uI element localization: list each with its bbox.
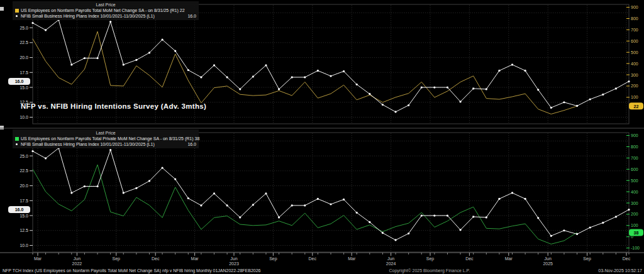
data-point-marker [343, 70, 345, 72]
data-point-marker [421, 86, 423, 88]
axis-label: 100 [631, 223, 638, 227]
data-point-marker [369, 93, 370, 95]
bloomberg-chart-window: 27.525.022.520.017.515.012.510.016.09008… [0, 0, 644, 274]
legend-series-value: 16.0 [176, 13, 196, 19]
axis-label: 2023 [229, 261, 239, 266]
chart-title: NFP vs. NFIB Hiring Intentions Survey (A… [21, 102, 206, 110]
data-point-marker [304, 76, 306, 78]
series-line[interactable] [33, 148, 629, 240]
axis-label: 15.0 [19, 214, 28, 218]
axis-label: 600 [631, 167, 638, 172]
data-point-marker [433, 214, 435, 216]
axis-label: Sep [426, 256, 435, 261]
data-point-marker [317, 70, 319, 72]
data-point-marker [239, 88, 241, 90]
data-point-marker [200, 76, 202, 78]
legend-header: Last Price [15, 2, 196, 8]
axis-label: 200 [631, 212, 638, 216]
legend-series-row[interactable]: US Employees on Nonfarm Payrolls Total M… [15, 8, 196, 13]
data-point-marker [252, 204, 254, 206]
data-point-marker [123, 192, 125, 194]
data-point-marker [447, 86, 448, 88]
data-point-marker [187, 69, 189, 71]
legend-series-label: US Employees on Nonfarm Payrolls Total M… [21, 8, 185, 13]
series-dot-marker-icon [16, 143, 18, 145]
axis-label: 400 [631, 190, 638, 194]
legend-series-row[interactable]: US Employees on Nonfarm Payrolls Total P… [15, 136, 196, 141]
data-point-marker [96, 185, 98, 187]
axis-label: 700 [631, 28, 638, 32]
axis-label: 300 [631, 73, 638, 77]
axis-label: 600 [631, 39, 638, 43]
data-point-marker [161, 38, 163, 40]
axis-label: 25.0 [19, 154, 28, 158]
data-point-marker [45, 157, 47, 159]
data-point-marker [45, 29, 47, 31]
data-point-marker [563, 229, 565, 231]
statusbar-security-description: NFP TCH Index (US Employees on Nonfarm P… [0, 268, 260, 273]
legend-series-row[interactable]: NFIB Small Business Hiring Plans Index 1… [15, 141, 196, 147]
status-bar: NFP TCH Index (US Employees on Nonfarm P… [0, 266, 644, 274]
axis-label: 700 [631, 156, 638, 160]
data-point-marker [602, 222, 604, 224]
data-point-marker [602, 94, 604, 96]
series-line[interactable] [33, 20, 629, 112]
axis-label: 300 [631, 201, 638, 206]
data-point-marker [486, 216, 487, 218]
legend-series-label: US Employees on Nonfarm Payrolls Total P… [21, 136, 199, 141]
axis-label: 15.0 [19, 85, 28, 90]
data-point-marker [265, 192, 267, 194]
data-point-marker [628, 209, 630, 211]
axis-label: Sep [269, 256, 277, 261]
panel-handle[interactable] [0, 126, 4, 129]
axis-label: Dec [309, 256, 317, 261]
legend-series-label: NFIB Small Business Hiring Plans Index 1… [21, 141, 155, 147]
data-point-marker [537, 217, 539, 219]
data-point-marker [498, 198, 500, 200]
series-line[interactable] [33, 31, 577, 114]
data-point-marker [226, 204, 228, 206]
axis-label: Dec [465, 256, 474, 261]
data-point-marker [472, 87, 474, 89]
statusbar-copyright: Copyright© 2025 Bloomberg Finance L.P. [260, 268, 598, 273]
data-point-marker [84, 57, 86, 59]
data-point-marker [213, 192, 215, 194]
data-point-marker [96, 57, 98, 59]
axis-label: 12.5 [19, 228, 28, 233]
data-point-marker [213, 64, 215, 66]
data-point-marker [511, 63, 513, 65]
axis-label: 2025 [543, 261, 553, 266]
legend-bottom[interactable]: Last Price US Employees on Nonfarm Payro… [13, 129, 199, 148]
data-point-marker [226, 76, 228, 78]
data-point-marker [382, 104, 384, 106]
data-point-marker [511, 192, 513, 194]
axis-label: Dec [152, 256, 160, 261]
axis-label: -100 [631, 246, 640, 250]
legend-series-row[interactable]: NFIB Small Business Hiring Plans Index 1… [15, 13, 196, 19]
data-point-marker [135, 59, 137, 61]
data-point-marker [317, 198, 319, 200]
data-point-marker [382, 232, 384, 234]
data-point-marker [343, 199, 345, 200]
data-point-marker [187, 197, 189, 199]
data-point-marker [486, 88, 487, 90]
panel-handle[interactable] [0, 7, 4, 11]
data-point-marker [589, 98, 591, 100]
axis-label: 900 [631, 133, 638, 138]
axis-label: Jun [230, 256, 237, 261]
axis-label: 17.5 [19, 70, 28, 75]
axis-label: Mar [505, 256, 513, 261]
axis-label: 20.0 [19, 55, 28, 60]
axis-label: 10.0 [19, 115, 28, 119]
data-point-marker [291, 204, 293, 206]
axis-label: 20.0 [19, 184, 28, 188]
axis-label: Mar [34, 256, 42, 261]
data-point-marker [525, 70, 526, 72]
chart-panel-bottom[interactable]: 27.525.022.520.017.515.012.510.016.09008… [8, 133, 643, 252]
data-point-marker [447, 214, 448, 216]
data-point-marker [239, 216, 241, 218]
data-point-marker [330, 203, 331, 205]
data-point-marker [459, 229, 461, 231]
legend-top[interactable]: Last Price US Employees on Nonfarm Payro… [13, 1, 199, 20]
axis-label: 200 [631, 84, 638, 88]
